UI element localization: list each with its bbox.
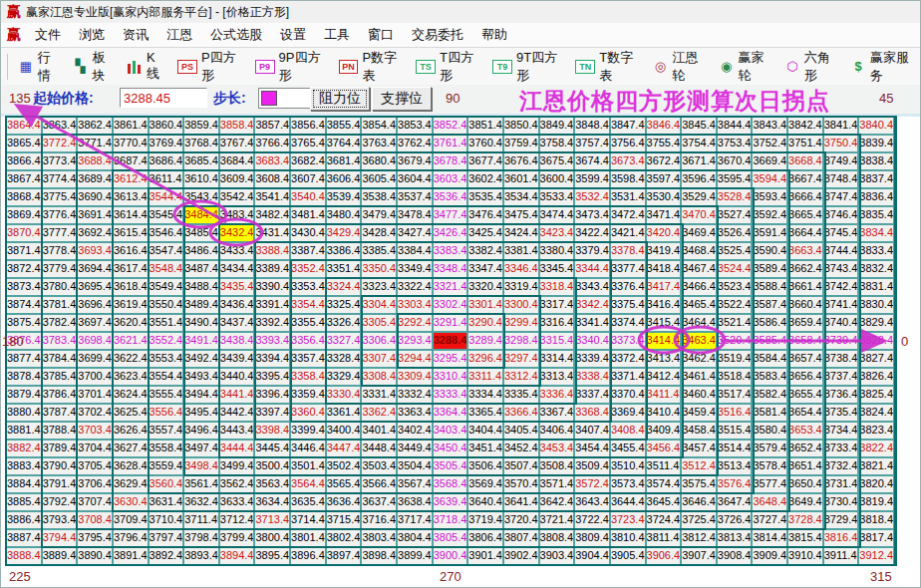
grid-cell[interactable]: 3813.45: [717, 529, 753, 547]
grid-cell[interactable]: 3406.45: [539, 422, 575, 440]
grid-cell[interactable]: 3377.45: [610, 260, 646, 278]
grid-cell[interactable]: 3827.45: [858, 350, 894, 368]
grid-cell[interactable]: 3309.45: [397, 368, 433, 386]
grid-cell[interactable]: 3874.45: [6, 296, 42, 314]
grid-cell[interactable]: 3912.45: [858, 547, 894, 565]
grid-cell[interactable]: 3428.45: [361, 224, 397, 242]
grid-cell[interactable]: 3685.45: [183, 152, 219, 170]
grid-cell[interactable]: 3878.45: [6, 368, 42, 386]
grid-cell[interactable]: 3573.45: [610, 475, 646, 493]
grid-cell[interactable]: 3467.45: [681, 260, 717, 278]
grid-cell[interactable]: 3553.45: [149, 350, 184, 368]
grid-cell[interactable]: 3900.45: [433, 547, 468, 565]
grid-cell[interactable]: 3760.45: [467, 135, 503, 152]
grid-cell[interactable]: 3509.45: [574, 457, 610, 475]
grid-cell[interactable]: 3843.45: [752, 117, 787, 135]
grid-cell[interactable]: 3718.45: [433, 511, 468, 529]
grid-cell[interactable]: 3449.45: [397, 440, 433, 457]
grid-cell[interactable]: 3857.45: [254, 117, 290, 135]
grid-cell[interactable]: 3698.45: [77, 332, 113, 350]
grid-cell[interactable]: 3736.45: [823, 386, 859, 404]
grid-cell[interactable]: 3815.45: [787, 529, 823, 547]
grid-cell[interactable]: 3551.45: [149, 314, 184, 332]
grid-cell[interactable]: 3811.45: [646, 529, 682, 547]
grid-cell[interactable]: 3593.45: [752, 188, 787, 206]
grid-cell[interactable]: 3807.45: [503, 529, 539, 547]
toolbar-button[interactable]: PNP数字表: [339, 49, 405, 85]
grid-cell[interactable]: 3480.45: [326, 206, 362, 224]
grid-cell[interactable]: 3842.45: [787, 117, 823, 135]
grid-cell[interactable]: 3879.45: [6, 386, 42, 404]
grid-cell[interactable]: 3705.45: [77, 457, 113, 475]
grid-cell[interactable]: 3622.45: [113, 350, 149, 368]
grid-cell[interactable]: 3427.45: [397, 224, 433, 242]
grid-cell[interactable]: 3905.45: [610, 547, 646, 565]
grid-cell[interactable]: 3885.45: [6, 493, 42, 511]
grid-cell[interactable]: 3366.45: [503, 404, 539, 422]
grid-cell[interactable]: 3419.45: [646, 242, 682, 260]
grid-cell[interactable]: 3759.45: [503, 135, 539, 152]
grid-cell[interactable]: 3822.45: [858, 440, 894, 457]
grid-cell[interactable]: 3312.45: [503, 368, 539, 386]
grid-cell[interactable]: 3662.45: [787, 260, 823, 278]
grid-cell[interactable]: 3512.45: [681, 457, 717, 475]
grid-cell[interactable]: 3493.45: [183, 368, 219, 386]
grid-cell[interactable]: 3865.45: [6, 135, 42, 152]
grid-cell[interactable]: 3839.45: [858, 135, 894, 152]
grid-cell[interactable]: 3660.45: [787, 296, 823, 314]
grid-cell[interactable]: 3719.45: [467, 511, 503, 529]
grid-cell[interactable]: 3581.45: [752, 404, 787, 422]
grid-cell[interactable]: 3408.45: [610, 422, 646, 440]
grid-cell[interactable]: 3485.45: [183, 224, 219, 242]
grid-cell[interactable]: 3379.45: [574, 242, 610, 260]
grid-cell[interactable]: 3637.45: [361, 493, 397, 511]
grid-cell[interactable]: 3514.45: [717, 440, 753, 457]
grid-cell[interactable]: 3897.45: [326, 547, 362, 565]
grid-cell[interactable]: 3434.45: [219, 260, 255, 278]
grid-cell[interactable]: 3630.45: [113, 493, 149, 511]
grid-cell[interactable]: 3858.45: [219, 117, 255, 135]
grid-cell[interactable]: 3687.45: [113, 152, 149, 170]
grid-cell[interactable]: 3829.45: [858, 314, 894, 332]
grid-cell[interactable]: 3607.45: [290, 170, 326, 188]
grid-cell[interactable]: 3672.45: [646, 152, 682, 170]
grid-cell[interactable]: 3788.45: [42, 422, 78, 440]
grid-cell[interactable]: 3455.45: [610, 440, 646, 457]
grid-cell[interactable]: 3649.45: [787, 493, 823, 511]
grid-cell[interactable]: 3310.45: [433, 368, 468, 386]
grid-cell[interactable]: 3908.45: [717, 547, 753, 565]
grid-cell[interactable]: 3773.45: [42, 152, 78, 170]
grid-cell[interactable]: 3473.45: [574, 206, 610, 224]
grid-cell[interactable]: 3360.45: [290, 404, 326, 422]
grid-cell[interactable]: 3305.45: [361, 314, 397, 332]
grid-cell[interactable]: 3832.45: [858, 260, 894, 278]
grid-cell[interactable]: 3894.45: [219, 547, 255, 565]
grid-cell[interactable]: 3302.45: [433, 296, 468, 314]
grid-cell[interactable]: 3592.45: [752, 206, 787, 224]
grid-cell[interactable]: 3347.45: [467, 260, 503, 278]
menu-item[interactable]: 帮助: [472, 26, 516, 44]
grid-cell[interactable]: 3700.45: [77, 368, 113, 386]
grid-cell[interactable]: 3792.45: [42, 493, 78, 511]
grid-cell[interactable]: 3831.45: [858, 278, 894, 296]
grid-cell[interactable]: 3550.45: [149, 296, 184, 314]
grid-cell[interactable]: 3683.45: [254, 152, 290, 170]
grid-cell[interactable]: 3823.45: [858, 422, 894, 440]
grid-cell[interactable]: 3875.45: [6, 314, 42, 332]
grid-cell[interactable]: 3345.45: [539, 260, 575, 278]
grid-cell[interactable]: 3634.45: [254, 493, 290, 511]
grid-cell[interactable]: 3732.45: [823, 457, 859, 475]
grid-cell[interactable]: 3778.45: [42, 242, 78, 260]
grid-cell[interactable]: 3609.45: [219, 170, 255, 188]
grid-cell[interactable]: 3495.45: [183, 404, 219, 422]
grid-cell[interactable]: 3684.45: [219, 152, 255, 170]
grid-cell[interactable]: 3762.45: [397, 135, 433, 152]
grid-cell[interactable]: 3341.45: [574, 314, 610, 332]
grid-cell[interactable]: 3327.45: [326, 332, 362, 350]
grid-cell[interactable]: 3336.45: [539, 386, 575, 404]
grid-cell[interactable]: 3821.45: [858, 457, 894, 475]
grid-cell[interactable]: 3809.45: [574, 529, 610, 547]
grid-cell[interactable]: 3429.45: [326, 224, 362, 242]
grid-cell[interactable]: 3790.45: [42, 457, 78, 475]
grid-cell[interactable]: 3450.45: [433, 440, 468, 457]
